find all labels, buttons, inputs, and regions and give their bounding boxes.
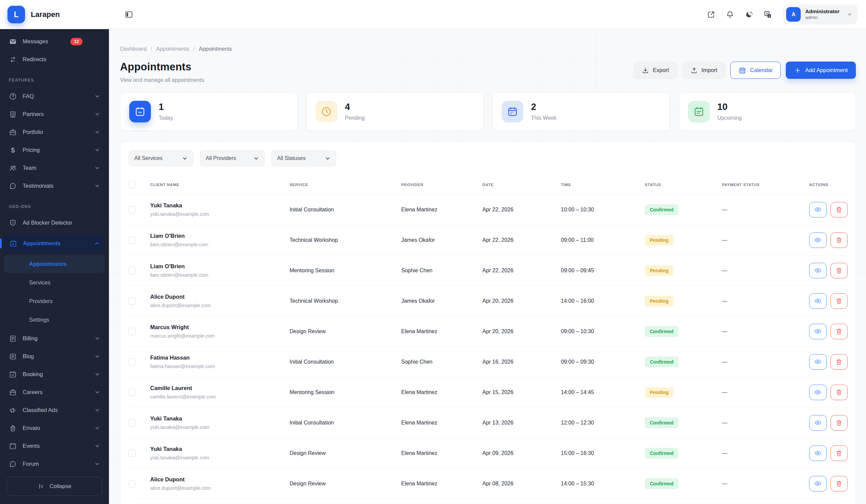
delete-button[interactable]	[831, 476, 848, 492]
payment-status-cell: —	[722, 207, 809, 213]
trash-icon	[835, 267, 843, 274]
breadcrumb-dashboard[interactable]: Dashboard	[120, 46, 146, 52]
add-appointment-button[interactable]: Add Appointment	[786, 61, 856, 79]
chat-dots-icon	[9, 460, 17, 468]
select-all-checkbox[interactable]	[129, 181, 136, 188]
row-checkbox[interactable]	[129, 358, 136, 366]
sidebar-item-portfolio[interactable]: Portfolio	[0, 123, 109, 141]
row-checkbox[interactable]	[129, 449, 136, 457]
sidebar-item-appointments[interactable]: Appointments	[4, 234, 105, 253]
time-cell: 09:00 – 10:30	[561, 328, 645, 335]
row-actions	[809, 324, 848, 339]
user-role: admin	[805, 15, 840, 21]
sidebar-item-blog[interactable]: Blog	[0, 347, 109, 365]
sidebar-nav: Messages12 Redirects FEATURES FAQ Partne…	[0, 29, 109, 471]
breadcrumb-separator: /	[151, 46, 152, 52]
service-cell: Mentoring Session	[290, 389, 401, 395]
row-checkbox[interactable]	[129, 480, 136, 488]
view-button[interactable]	[809, 232, 827, 248]
import-button[interactable]: Import	[682, 61, 725, 79]
table-row: Yuki Tanaka yuki.tanaka@example.com Desi…	[129, 438, 847, 469]
provider-cell: James Okafor	[401, 298, 482, 304]
delete-button[interactable]	[831, 354, 848, 370]
stat-label: Upcoming	[718, 115, 742, 121]
dark-mode-button[interactable]	[741, 7, 757, 22]
view-button[interactable]	[809, 476, 827, 492]
stat-cards: Fri 1 Today 4 Pending 2 This Week 10 Upc…	[120, 92, 856, 131]
delete-button[interactable]	[831, 232, 848, 248]
sidebar-item-classified-ads[interactable]: Classified Ads	[0, 401, 109, 419]
calendar-view-button[interactable]: Calendar	[730, 61, 781, 79]
table-row: Alice Dupont alice.dupont@example.com Te…	[129, 286, 847, 316]
delete-button[interactable]	[831, 324, 848, 339]
chevron-down-icon	[95, 461, 100, 467]
receipt-icon	[9, 335, 17, 343]
row-checkbox[interactable]	[129, 206, 136, 213]
breadcrumb-appointments[interactable]: Appointments	[156, 46, 189, 52]
sidebar-item-ad-blocker-detector[interactable]: Ad Blocker Detector	[0, 214, 109, 232]
providers-filter-select[interactable]: All Providers	[200, 150, 265, 166]
sidebar-item-messages[interactable]: Messages12	[0, 33, 109, 51]
delete-button[interactable]	[831, 384, 848, 400]
trash-icon	[835, 236, 843, 244]
sidebar-subitem-settings[interactable]: Settings	[4, 311, 105, 329]
delete-button[interactable]	[831, 293, 848, 309]
user-menu[interactable]: A Administrator admin	[783, 4, 858, 24]
sidebar-subitem-services[interactable]: Services	[4, 274, 105, 292]
sidebar-item-faq[interactable]: FAQ	[0, 87, 109, 105]
collapse-sidebar-button[interactable]: Collapse	[7, 477, 102, 496]
column-header-date: Date	[482, 183, 561, 187]
language-button[interactable]: Ax	[760, 7, 776, 22]
sidebar-item-pricing[interactable]: $Pricing	[0, 141, 109, 159]
time-cell: 12:00 – 12:30	[561, 420, 645, 426]
provider-cell: Elena Martinez	[401, 389, 482, 395]
sidebar-toggle-button[interactable]	[121, 7, 137, 22]
view-button[interactable]	[809, 415, 827, 430]
sidebar-item-billing[interactable]: Billing	[0, 329, 109, 347]
notifications-button[interactable]	[722, 7, 738, 22]
services-filter-select[interactable]: All Services	[129, 150, 193, 166]
row-checkbox[interactable]	[129, 419, 136, 427]
calendar-check-icon	[9, 239, 17, 248]
service-cell: Design Review	[290, 328, 401, 335]
sidebar-item-forum[interactable]: Forum	[0, 455, 109, 471]
shield-alert-icon	[9, 219, 17, 227]
view-button[interactable]	[809, 263, 827, 278]
view-button[interactable]	[809, 384, 827, 400]
row-checkbox[interactable]	[129, 389, 136, 396]
view-button[interactable]	[809, 446, 827, 461]
row-checkbox[interactable]	[129, 267, 136, 274]
table-header-row: Client NameServiceProviderDateTimeStatus…	[129, 175, 847, 194]
row-checkbox[interactable]	[129, 328, 136, 335]
statuses-filter-select[interactable]: All Statuses	[271, 150, 336, 166]
view-button[interactable]	[809, 324, 827, 339]
unread-count-badge: 12	[70, 38, 82, 45]
view-button[interactable]	[809, 202, 827, 217]
sidebar-item-redirects[interactable]: Redirects	[0, 51, 109, 68]
sidebar-item-careers[interactable]: Careers	[0, 383, 109, 401]
sidebar-subitem-providers[interactable]: Providers	[4, 292, 105, 310]
upload-icon	[690, 67, 698, 74]
delete-button[interactable]	[831, 202, 848, 217]
delete-button[interactable]	[831, 415, 848, 430]
service-cell: Initial Consultation	[290, 207, 401, 213]
row-checkbox[interactable]	[129, 297, 136, 305]
table-row: Liam O'Brien liam.obrien@example.com Men…	[129, 255, 847, 286]
view-button[interactable]	[809, 354, 827, 370]
sidebar-item-partners[interactable]: Partners	[0, 105, 109, 123]
view-button[interactable]	[809, 293, 827, 309]
sidebar-item-testimonials[interactable]: Testimonials	[0, 177, 109, 195]
stat-value: 10	[718, 102, 742, 112]
sidebar-subitem-appointments[interactable]: Appointments	[4, 255, 105, 273]
delete-button[interactable]	[831, 446, 848, 461]
mail-icon	[9, 37, 17, 46]
export-button[interactable]: Export	[634, 61, 677, 79]
sidebar-item-envato[interactable]: Envato	[0, 419, 109, 437]
sidebar-item-events[interactable]: Events	[0, 437, 109, 455]
users-icon	[9, 164, 17, 172]
delete-button[interactable]	[831, 263, 848, 278]
sidebar-item-team[interactable]: Team	[0, 159, 109, 177]
sidebar-item-booking[interactable]: Booking	[0, 365, 109, 383]
open-site-button[interactable]	[703, 7, 719, 22]
row-checkbox[interactable]	[129, 236, 136, 244]
